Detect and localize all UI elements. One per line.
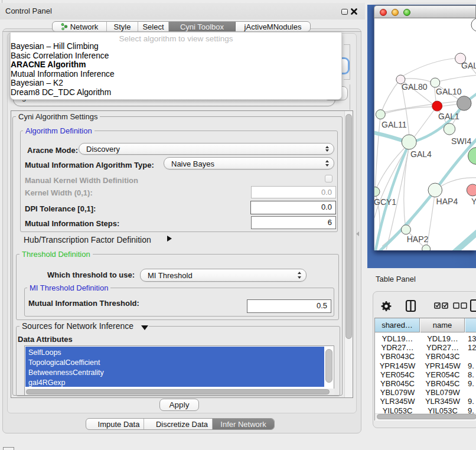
svg-text:GAL80: GAL80 <box>402 82 428 92</box>
svg-text:GAL4: GAL4 <box>410 149 432 159</box>
svg-text:GAL2: GAL2 <box>461 61 476 70</box>
svg-text:GAL1: GAL1 <box>438 112 459 121</box>
svg-text:HAP2: HAP2 <box>407 234 429 244</box>
svg-text:GCY1: GCY1 <box>374 197 396 207</box>
svg-text:GAL11: GAL11 <box>382 120 407 129</box>
svg-text:SWI4: SWI4 <box>451 136 471 146</box>
svg-text:GAL10: GAL10 <box>436 87 462 96</box>
svg-text:HAP4: HAP4 <box>436 197 458 206</box>
svg-text:YM: YM <box>471 197 476 206</box>
